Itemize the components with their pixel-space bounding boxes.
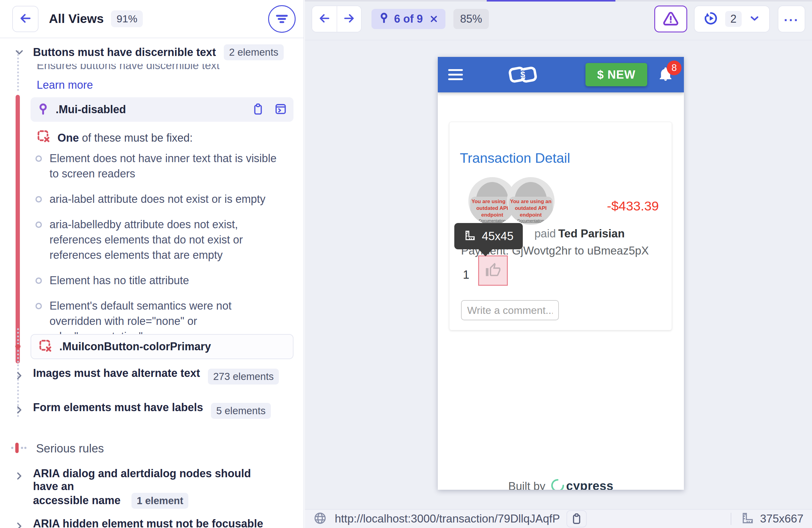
transaction-amount: -$433.39	[607, 199, 659, 214]
rule-row-images-alt[interactable]: Images must have alternate text 273 elem…	[13, 369, 279, 385]
timeline-progress[interactable]	[487, 0, 615, 1]
pin-icon	[37, 102, 49, 116]
snapshot-nav-group	[311, 5, 362, 32]
documentation-link[interactable]: Documentation	[470, 218, 514, 223]
statusbar-divider	[731, 513, 731, 525]
preview-panel: 6 of 9 85% 2 ...	[305, 0, 812, 528]
rule-title: Images must have alternate text	[33, 367, 200, 380]
api-warning-text: You are using anoutdated API endpoint	[509, 198, 553, 218]
copy-icon	[570, 512, 583, 526]
zoom-level-badge: 85%	[453, 9, 489, 29]
open-in-devtools-button[interactable]	[272, 101, 289, 118]
close-icon[interactable]	[429, 14, 439, 24]
globe-icon	[313, 512, 327, 526]
menu-icon[interactable]	[448, 66, 463, 83]
ruler-icon	[740, 512, 754, 526]
thumbs-up-icon	[485, 262, 501, 279]
element-selector: .MuiIconButton-colorPrimary	[59, 340, 211, 353]
rule-row-aria-dialog[interactable]: ARIA dialog and alertdialog nodes should…	[13, 469, 265, 509]
console-icon	[274, 102, 287, 116]
element-row-selected[interactable]: .Mui-disabled	[31, 97, 293, 122]
bell-icon	[657, 78, 673, 83]
rule-title: ARIA hidden element must not be focusabl…	[33, 517, 265, 528]
transaction-title: Transaction Detail	[460, 150, 570, 166]
ruler-icon	[463, 229, 476, 243]
fix-list-item: aria-label attribute does not exist or i…	[49, 191, 294, 207]
rule-title: ARIA dialog and alertdialog nodes should…	[33, 467, 265, 509]
pinned-element-badge[interactable]: 6 of 9	[372, 9, 446, 29]
arrow-right-icon	[343, 12, 356, 26]
app-navbar: $ $ NEW 8	[438, 57, 684, 92]
fix-list-item: Element does not have inner text that is…	[49, 151, 294, 182]
comment-input[interactable]	[461, 300, 559, 320]
section-label: Serious rules	[36, 442, 104, 455]
element-row[interactable]: .MuiIconButton-colorPrimary	[31, 334, 293, 359]
page-title: All Views	[49, 12, 104, 26]
dimensions-tooltip: 45x45	[454, 223, 523, 249]
warning-icon	[662, 10, 679, 28]
next-snapshot-button[interactable]	[337, 6, 361, 32]
fix-heading: One of these must be fixed:	[37, 129, 193, 146]
app-snapshot: $ $ NEW 8 Transaction Detail You are	[438, 57, 684, 490]
built-by-label: Built by	[508, 480, 545, 490]
fix-heading-text: One of these must be fixed:	[57, 131, 193, 144]
selection-error-icon	[39, 339, 53, 354]
payee-name: Ted Parisian	[558, 227, 625, 240]
dimensions-label: 375x667	[760, 512, 803, 525]
copy-url-button[interactable]	[566, 510, 587, 527]
documentation-link[interactable]: Documentation	[509, 218, 553, 223]
receiver-avatar: You are using anoutdated API endpoint Do…	[507, 177, 554, 225]
rule-group-header[interactable]: Buttons must have discernible text 2 ele…	[13, 44, 284, 60]
pin-icon	[378, 12, 390, 26]
avatar-error-chip: You are using anoutdated API endpoint Do…	[509, 197, 553, 224]
arrow-left-icon	[18, 11, 32, 27]
fix-list: Element does not have inner text that is…	[49, 151, 294, 344]
copy-selector-button[interactable]	[249, 101, 266, 118]
element-count-badge: 273 elements	[208, 369, 279, 385]
copy-icon	[251, 102, 264, 116]
notifications-button[interactable]: 8	[657, 66, 673, 83]
element-count-badge: 5 elements	[211, 403, 271, 419]
notification-count-badge: 8	[667, 60, 681, 75]
new-transaction-button[interactable]: $ NEW	[585, 63, 647, 86]
back-button[interactable]	[12, 6, 39, 32]
timeline-track[interactable]	[305, 0, 812, 1]
cypress-logo: cypress	[550, 478, 613, 490]
severity-dot	[15, 344, 20, 349]
transaction-card: Transaction Detail You are using anoutda…	[449, 122, 672, 330]
viewport-dimensions: 375x667	[740, 512, 803, 526]
sidebar-header: All Views 91%	[0, 0, 304, 38]
chevron-right-icon	[13, 404, 25, 416]
pin-label: 6 of 9	[394, 13, 423, 25]
fix-list-item: aria-labelledby attribute does not exist…	[49, 217, 294, 263]
snapshot-url: http://localhost:3000/transaction/79Dllq…	[335, 512, 560, 525]
element-count-badge: 2 elements	[224, 44, 284, 60]
learn-more-link[interactable]: Learn more	[37, 79, 93, 91]
status-bar: http://localhost:3000/transaction/79Dllq…	[305, 509, 812, 528]
highlight-violations-button[interactable]	[654, 5, 687, 32]
like-button-highlighted[interactable]	[478, 255, 508, 286]
serious-rules-section: Serious rules	[10, 441, 104, 456]
element-count-badge: 1 element	[131, 493, 188, 509]
chevron-right-icon	[13, 370, 25, 382]
rule-row-form-labels[interactable]: Form elements must have labels 5 element…	[13, 403, 271, 419]
element-selector: .Mui-disabled	[56, 103, 126, 116]
more-options-button[interactable]: ...	[778, 5, 805, 32]
previous-snapshot-button[interactable]	[312, 6, 337, 32]
rule-row-aria-hidden[interactable]: ARIA hidden element must not be focusabl…	[13, 519, 265, 528]
transaction-summary: paidTed Parisian	[534, 227, 625, 240]
toolbar-divider	[305, 40, 812, 40]
filter-button[interactable]	[268, 5, 296, 33]
serious-severity-icon	[10, 441, 29, 456]
rule-title: Buttons must have discernible text	[33, 46, 216, 59]
replay-attempts-button[interactable]: 2	[694, 5, 770, 32]
chevron-down-icon	[749, 12, 760, 26]
fix-list-item: Element has no title attribute	[49, 273, 294, 288]
selection-error-icon	[37, 129, 51, 146]
rules-sidebar: All Views 91% Buttons must have discerni…	[0, 0, 304, 528]
app-logo: $	[508, 65, 537, 84]
arrow-left-icon	[318, 12, 331, 26]
score-badge: 91%	[111, 10, 143, 27]
like-count: 1	[463, 268, 469, 282]
rule-title: Form elements must have labels	[33, 401, 203, 414]
